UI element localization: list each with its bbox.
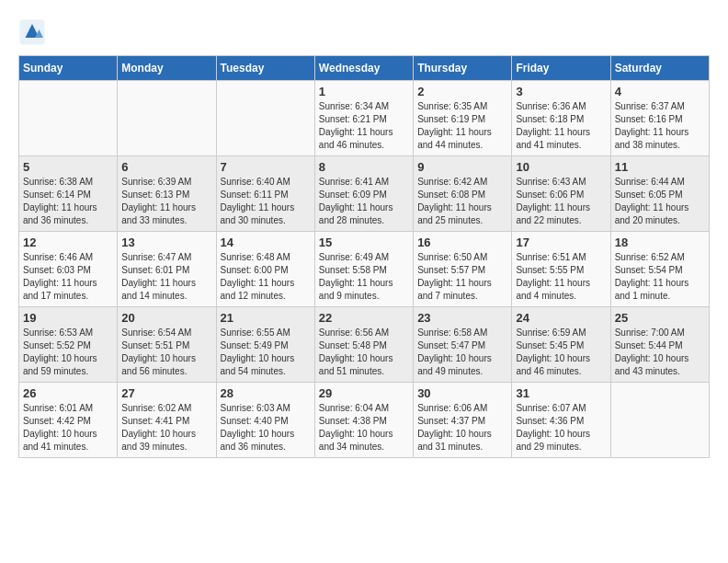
day-info: Sunrise: 6:37 AM Sunset: 6:16 PM Dayligh… [615,100,705,152]
day-number: 17 [516,236,606,249]
day-info: Sunrise: 6:54 AM Sunset: 5:51 PM Dayligh… [121,327,211,378]
day-info: Sunrise: 6:42 AM Sunset: 6:08 PM Dayligh… [417,176,507,227]
day-number: 9 [417,160,507,174]
header-cell-tuesday: Tuesday [216,56,314,81]
day-cell [118,81,216,156]
header-cell-wednesday: Wednesday [314,56,413,81]
day-cell: 30Sunrise: 6:06 AM Sunset: 4:37 PM Dayli… [414,383,512,458]
day-info: Sunrise: 6:43 AM Sunset: 6:06 PM Dayligh… [516,176,606,227]
logo [18,18,50,46]
day-number: 22 [319,311,409,325]
day-number: 13 [121,236,211,249]
day-cell: 1Sunrise: 6:34 AM Sunset: 6:21 PM Daylig… [314,81,413,156]
day-cell: 9Sunrise: 6:42 AM Sunset: 6:08 PM Daylig… [414,156,512,232]
day-number: 3 [516,85,606,98]
day-info: Sunrise: 6:50 AM Sunset: 5:57 PM Dayligh… [417,251,507,303]
day-info: Sunrise: 6:01 AM Sunset: 4:42 PM Dayligh… [23,402,113,454]
day-cell: 10Sunrise: 6:43 AM Sunset: 6:06 PM Dayli… [512,156,610,232]
header-cell-sunday: Sunday [19,56,118,81]
day-cell: 27Sunrise: 6:02 AM Sunset: 4:41 PM Dayli… [118,383,216,458]
day-info: Sunrise: 6:53 AM Sunset: 5:52 PM Dayligh… [23,327,113,378]
page-header [18,18,710,46]
calendar-header: SundayMondayTuesdayWednesdayThursdayFrid… [19,56,710,81]
day-info: Sunrise: 6:39 AM Sunset: 6:13 PM Dayligh… [121,176,211,227]
day-cell: 2Sunrise: 6:35 AM Sunset: 6:19 PM Daylig… [414,81,512,156]
day-cell: 31Sunrise: 6:07 AM Sunset: 4:36 PM Dayli… [512,383,610,458]
day-cell: 12Sunrise: 6:46 AM Sunset: 6:03 PM Dayli… [19,232,118,307]
week-row-3: 12Sunrise: 6:46 AM Sunset: 6:03 PM Dayli… [19,232,710,307]
day-number: 29 [319,386,409,400]
day-info: Sunrise: 6:06 AM Sunset: 4:37 PM Dayligh… [417,402,507,454]
day-info: Sunrise: 6:36 AM Sunset: 6:18 PM Dayligh… [516,100,606,152]
day-info: Sunrise: 6:40 AM Sunset: 6:11 PM Dayligh… [221,176,311,227]
day-cell: 11Sunrise: 6:44 AM Sunset: 6:05 PM Dayli… [610,156,709,232]
day-cell: 26Sunrise: 6:01 AM Sunset: 4:42 PM Dayli… [19,383,118,458]
day-cell [216,81,314,156]
calendar-table: SundayMondayTuesdayWednesdayThursdayFrid… [18,55,710,458]
day-info: Sunrise: 6:02 AM Sunset: 4:41 PM Dayligh… [121,402,211,454]
day-info: Sunrise: 6:41 AM Sunset: 6:09 PM Dayligh… [319,176,409,227]
day-info: Sunrise: 6:04 AM Sunset: 4:38 PM Dayligh… [319,402,409,454]
day-info: Sunrise: 6:44 AM Sunset: 6:05 PM Dayligh… [615,176,705,227]
day-number: 30 [417,386,507,400]
header-cell-thursday: Thursday [414,56,512,81]
day-cell: 8Sunrise: 6:41 AM Sunset: 6:09 PM Daylig… [314,156,413,232]
day-number: 4 [615,85,705,98]
day-cell: 21Sunrise: 6:55 AM Sunset: 5:49 PM Dayli… [216,307,314,383]
day-cell: 14Sunrise: 6:48 AM Sunset: 6:00 PM Dayli… [216,232,314,307]
day-cell: 3Sunrise: 6:36 AM Sunset: 6:18 PM Daylig… [512,81,610,156]
week-row-4: 19Sunrise: 6:53 AM Sunset: 5:52 PM Dayli… [19,307,710,383]
day-number: 7 [221,160,311,174]
day-cell: 7Sunrise: 6:40 AM Sunset: 6:11 PM Daylig… [216,156,314,232]
day-info: Sunrise: 6:51 AM Sunset: 5:55 PM Dayligh… [516,251,606,303]
logo-icon [18,18,46,46]
day-info: Sunrise: 6:34 AM Sunset: 6:21 PM Dayligh… [319,100,409,152]
header-cell-saturday: Saturday [610,56,709,81]
day-info: Sunrise: 6:07 AM Sunset: 4:36 PM Dayligh… [516,402,606,454]
day-number: 28 [221,386,311,400]
day-number: 15 [319,236,409,249]
day-info: Sunrise: 6:56 AM Sunset: 5:48 PM Dayligh… [319,327,409,378]
day-number: 10 [516,160,606,174]
day-number: 31 [516,386,606,400]
day-cell: 29Sunrise: 6:04 AM Sunset: 4:38 PM Dayli… [314,383,413,458]
header-cell-friday: Friday [512,56,610,81]
day-cell: 24Sunrise: 6:59 AM Sunset: 5:45 PM Dayli… [512,307,610,383]
day-number: 18 [615,236,705,249]
day-number: 2 [417,85,507,98]
day-cell: 18Sunrise: 6:52 AM Sunset: 5:54 PM Dayli… [610,232,709,307]
day-info: Sunrise: 6:55 AM Sunset: 5:49 PM Dayligh… [221,327,311,378]
day-info: Sunrise: 6:03 AM Sunset: 4:40 PM Dayligh… [221,402,311,454]
day-number: 16 [417,236,507,249]
day-info: Sunrise: 6:52 AM Sunset: 5:54 PM Dayligh… [615,251,705,303]
day-cell: 17Sunrise: 6:51 AM Sunset: 5:55 PM Dayli… [512,232,610,307]
day-cell [19,81,118,156]
calendar-body: 1Sunrise: 6:34 AM Sunset: 6:21 PM Daylig… [19,81,710,458]
header-cell-monday: Monday [118,56,216,81]
day-cell: 6Sunrise: 6:39 AM Sunset: 6:13 PM Daylig… [118,156,216,232]
day-number: 8 [319,160,409,174]
day-number: 25 [615,311,705,325]
day-cell: 19Sunrise: 6:53 AM Sunset: 5:52 PM Dayli… [19,307,118,383]
day-number: 14 [221,236,311,249]
day-number: 26 [23,386,113,400]
day-number: 5 [23,160,113,174]
day-info: Sunrise: 6:59 AM Sunset: 5:45 PM Dayligh… [516,327,606,378]
day-info: Sunrise: 6:46 AM Sunset: 6:03 PM Dayligh… [23,251,113,303]
day-cell: 13Sunrise: 6:47 AM Sunset: 6:01 PM Dayli… [118,232,216,307]
week-row-1: 1Sunrise: 6:34 AM Sunset: 6:21 PM Daylig… [19,81,710,156]
week-row-2: 5Sunrise: 6:38 AM Sunset: 6:14 PM Daylig… [19,156,710,232]
day-number: 23 [417,311,507,325]
day-info: Sunrise: 6:38 AM Sunset: 6:14 PM Dayligh… [23,176,113,227]
day-info: Sunrise: 6:35 AM Sunset: 6:19 PM Dayligh… [417,100,507,152]
day-cell: 15Sunrise: 6:49 AM Sunset: 5:58 PM Dayli… [314,232,413,307]
day-number: 19 [23,311,113,325]
day-info: Sunrise: 7:00 AM Sunset: 5:44 PM Dayligh… [615,327,705,378]
day-number: 11 [615,160,705,174]
header-row: SundayMondayTuesdayWednesdayThursdayFrid… [19,56,710,81]
day-cell: 22Sunrise: 6:56 AM Sunset: 5:48 PM Dayli… [314,307,413,383]
day-info: Sunrise: 6:47 AM Sunset: 6:01 PM Dayligh… [121,251,211,303]
day-cell: 5Sunrise: 6:38 AM Sunset: 6:14 PM Daylig… [19,156,118,232]
day-cell: 23Sunrise: 6:58 AM Sunset: 5:47 PM Dayli… [414,307,512,383]
day-number: 24 [516,311,606,325]
